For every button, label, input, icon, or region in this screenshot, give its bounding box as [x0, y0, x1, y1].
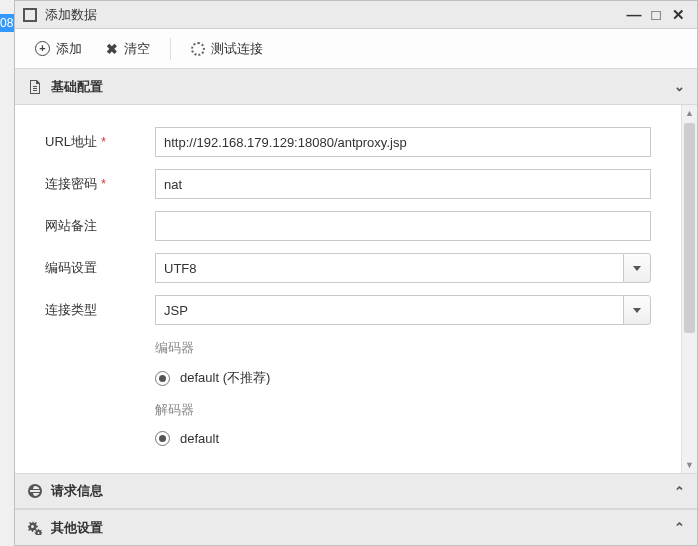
encoder-default-radio[interactable]: default (不推荐)	[155, 369, 651, 387]
encoding-label: 编码设置	[45, 259, 155, 277]
browser-icon	[27, 484, 43, 498]
scroll-down-button[interactable]: ▼	[682, 457, 697, 473]
scrollbar-thumb[interactable]	[684, 123, 695, 333]
form-scroll-area: URL地址* 连接密码* 网站备注 编码设置	[15, 105, 681, 473]
test-connection-button[interactable]: 测试连接	[181, 35, 273, 63]
accordion: 基础配置 ⌄ URL地址* 连接密码* 网	[15, 69, 697, 545]
conn-type-row: 连接类型 JSP	[45, 295, 651, 325]
document-icon	[27, 80, 43, 94]
add-data-window: 添加数据 — □ ✕ + 添加 ✖ 清空 测试连接 基础配置 ⌄	[14, 0, 698, 546]
encoding-select[interactable]: UTF8	[155, 253, 623, 283]
window-title: 添加数据	[45, 6, 97, 24]
section-request-header[interactable]: 请求信息 ⌃	[15, 473, 697, 509]
section-basic-body: URL地址* 连接密码* 网站备注 编码设置	[15, 105, 697, 473]
encoder-heading: 编码器	[155, 339, 651, 357]
separator	[170, 38, 171, 60]
clear-button[interactable]: ✖ 清空	[96, 35, 160, 63]
toolbar: + 添加 ✖ 清空 测试连接	[15, 29, 697, 69]
section-basic-header[interactable]: 基础配置 ⌄	[15, 69, 697, 105]
radio-icon	[155, 371, 170, 386]
encoding-dropdown-button[interactable]	[623, 253, 651, 283]
chevron-down-icon	[633, 266, 641, 271]
radio-icon	[155, 431, 170, 446]
url-input[interactable]	[155, 127, 651, 157]
password-label: 连接密码*	[45, 175, 155, 193]
close-button[interactable]: ✕	[667, 6, 689, 24]
password-input[interactable]	[155, 169, 651, 199]
vertical-scrollbar[interactable]: ▲ ▼	[681, 105, 697, 473]
add-button[interactable]: + 添加	[25, 35, 92, 63]
encoder-default-label: default (不推荐)	[180, 369, 270, 387]
conn-type-dropdown-button[interactable]	[623, 295, 651, 325]
chevron-down-icon	[633, 308, 641, 313]
decoder-heading: 解码器	[155, 401, 651, 419]
section-request-title: 请求信息	[51, 482, 103, 500]
window-icon	[23, 8, 37, 22]
maximize-button[interactable]: □	[645, 6, 667, 23]
x-icon: ✖	[106, 41, 118, 57]
section-other-title: 其他设置	[51, 519, 103, 537]
test-connection-label: 测试连接	[211, 40, 263, 58]
add-button-label: 添加	[56, 40, 82, 58]
gears-icon	[27, 521, 43, 535]
remark-label: 网站备注	[45, 217, 155, 235]
encoding-row: 编码设置 UTF8	[45, 253, 651, 283]
clear-button-label: 清空	[124, 40, 150, 58]
url-label: URL地址*	[45, 133, 155, 151]
chevron-up-icon: ⌃	[674, 520, 685, 535]
decoder-default-label: default	[180, 431, 219, 446]
chevron-up-icon: ⌃	[674, 484, 685, 499]
remark-input[interactable]	[155, 211, 651, 241]
url-row: URL地址*	[45, 127, 651, 157]
minimize-button[interactable]: —	[623, 6, 645, 23]
conn-type-select[interactable]: JSP	[155, 295, 623, 325]
section-basic-title: 基础配置	[51, 78, 103, 96]
remark-row: 网站备注	[45, 211, 651, 241]
plus-circle-icon: +	[35, 41, 50, 56]
conn-type-label: 连接类型	[45, 301, 155, 319]
scroll-up-button[interactable]: ▲	[682, 105, 697, 121]
chevron-down-icon: ⌄	[674, 79, 685, 94]
password-row: 连接密码*	[45, 169, 651, 199]
section-other-header[interactable]: 其他设置 ⌃	[15, 509, 697, 545]
titlebar: 添加数据 — □ ✕	[15, 1, 697, 29]
decoder-default-radio[interactable]: default	[155, 431, 651, 446]
loading-icon	[191, 42, 205, 56]
